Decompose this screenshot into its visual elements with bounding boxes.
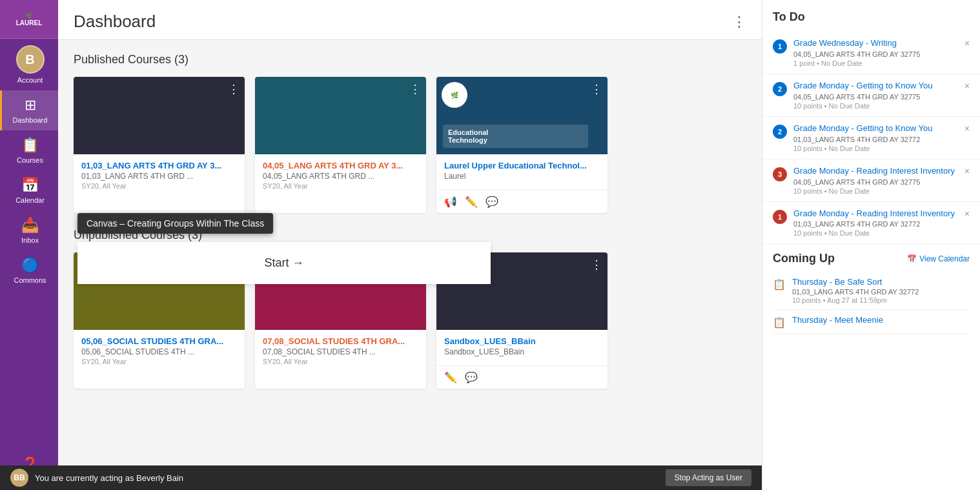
calendar-mini-icon: 📅	[907, 254, 917, 263]
todo-item-5: 1 Grade Monday - Reading Interest Invent…	[762, 202, 980, 245]
sidebar-item-dashboard[interactable]: ⊞ Dashboard	[0, 90, 58, 130]
todo-item-title-1[interactable]: Grade Wednesday - Writing	[793, 38, 970, 49]
todo-close-5[interactable]: ×	[965, 209, 970, 219]
unpub-card-body-2: 07,08_SOCIAL STUDIES 4TH GRA... 07,08_SO…	[255, 330, 426, 373]
sidebar-item-calendar[interactable]: 📅 Calendar	[0, 170, 58, 210]
todo-item-course-3: 01,03_LANG ARTS 4TH GRD AY 32772	[793, 136, 970, 143]
bottom-bar: BB You are currently acting as Beverly B…	[0, 465, 762, 490]
todo-item-course-1: 04,05_LANG ARTS 4TH GRD AY 32775	[793, 50, 970, 58]
todo-close-1[interactable]: ×	[965, 38, 970, 48]
todo-number-5: 1	[773, 210, 787, 224]
todo-item-title-4[interactable]: Grade Monday - Reading Interest Inventor…	[793, 166, 970, 177]
coming-item-content-1: Thursday - Be Safe Sort 01,03_LANG ARTS …	[792, 277, 970, 304]
todo-number-3: 2	[773, 125, 787, 139]
todo-content-1: Grade Wednesday - Writing 04,05_LANG ART…	[793, 38, 970, 67]
todo-item-title-3[interactable]: Grade Monday - Getting to Know You	[793, 123, 970, 134]
sidebar-label-calendar: Calendar	[15, 196, 45, 204]
grade-icon[interactable]: ✏️	[465, 196, 478, 208]
tooltip: Canvas – Creating Groups Within The Clas…	[77, 213, 273, 234]
inbox-icon: 📥	[21, 217, 39, 234]
view-calendar-link[interactable]: 📅 View Calendar	[907, 254, 970, 263]
unpub-card-subtitle-3: Sandbox_LUES_BBain	[444, 347, 600, 356]
sidebar-item-account[interactable]: B Account	[0, 39, 58, 90]
coming-item-content-2: Thursday - Meet Meenie	[792, 315, 970, 326]
course-card-title-2[interactable]: 04,05_LANG ARTS 4TH GRD AY 3...	[263, 161, 418, 170]
todo-item-1: 1 Grade Wednesday - Writing 04,05_LANG A…	[762, 32, 980, 74]
todo-item-4: 3 Grade Monday - Reading Interest Invent…	[762, 159, 980, 202]
coming-item-course-1: 01,03_LANG ARTS 4TH GRD AY 32772	[792, 288, 970, 296]
todo-content-3: Grade Monday - Getting to Know You 01,03…	[793, 123, 970, 152]
todo-close-2[interactable]: ×	[965, 81, 970, 91]
todo-number-4: 3	[773, 167, 787, 181]
course-card-title-3[interactable]: Laurel Upper Educational Technol...	[444, 161, 600, 170]
unpub-card-meta-2: SY20, All Year	[263, 358, 418, 365]
unpub-card-menu-3[interactable]: ⋮	[591, 258, 602, 272]
coming-item-icon-2: 📋	[773, 316, 786, 329]
calendar-icon: 📅	[21, 177, 39, 194]
course-card-meta-1: SY20, All Year	[81, 182, 237, 190]
published-courses-grid: ⋮ 01,03_LANG ARTS 4TH GRD AY 3... 01,03_…	[74, 77, 746, 213]
right-panel: To Do 1 Grade Wednesday - Writing 04,05_…	[762, 0, 980, 490]
avatar: B	[16, 45, 45, 74]
todo-item-3: 2 Grade Monday - Getting to Know You 01,…	[762, 117, 980, 159]
todo-item-2: 2 Grade Monday - Getting to Know You 04,…	[762, 74, 980, 117]
todo-item-course-2: 04,05_LANG ARTS 4TH GRD AY 32775	[793, 93, 970, 101]
courses-icon: 📋	[21, 137, 39, 154]
sidebar-label-courses: Courses	[17, 156, 43, 164]
coming-item-title-2[interactable]: Thursday - Meet Meenie	[792, 315, 970, 325]
chat-icon-2[interactable]: 💬	[465, 371, 478, 383]
unpub-card-title-3[interactable]: Sandbox_LUES_BBain	[444, 336, 600, 346]
card-menu-icon-3[interactable]: ⋮	[591, 82, 602, 96]
course-card-title-1[interactable]: 01,03_LANG ARTS 4TH GRD AY 3...	[81, 161, 237, 170]
unpub-card-body-3: Sandbox_LUES_BBain Sandbox_LUES_BBain	[436, 330, 607, 365]
unpub-card-meta-1: SY20, All Year	[81, 358, 237, 365]
grade-icon-2[interactable]: ✏️	[444, 371, 457, 383]
sidebar-label-dashboard: Dashboard	[13, 116, 48, 124]
unpub-card-body-1: 05,06_SOCIAL STUDIES 4TH GRA... 05,06_SO…	[74, 330, 245, 373]
todo-number-2: 2	[773, 82, 787, 96]
bottom-avatar: BB	[10, 469, 28, 487]
course-card-body-3: Laurel Upper Educational Technol... Laur…	[436, 154, 607, 190]
unpub-card-icons-3: ✏️ 💬	[436, 365, 607, 389]
todo-item-title-5[interactable]: Grade Monday - Reading Interest Inventor…	[793, 209, 970, 219]
coming-item-title-1[interactable]: Thursday - Be Safe Sort	[792, 277, 970, 287]
megaphone-icon[interactable]: 📢	[444, 196, 457, 208]
course-card-body-2: 04,05_LANG ARTS 4TH GRD AY 3... 04,05_LA…	[255, 154, 426, 198]
bottom-bar-left: BB You are currently acting as Beverly B…	[10, 469, 183, 487]
sidebar-item-commons[interactable]: 🔵 Commons	[0, 250, 58, 291]
todo-item-meta-1: 1 point • No Due Date	[793, 59, 970, 67]
sidebar: 🌿 LAUREL B Account ⊞ Dashboard 📋 Courses…	[0, 0, 58, 490]
unpub-card-subtitle-2: 07,08_SOCIAL STUDIES 4TH ...	[263, 347, 418, 356]
todo-close-3[interactable]: ×	[965, 123, 970, 134]
published-course-card-2[interactable]: ⋮ 04,05_LANG ARTS 4TH GRD AY 3... 04,05_…	[255, 77, 426, 213]
chat-icon[interactable]: 💬	[485, 196, 498, 208]
unpub-card-title-2[interactable]: 07,08_SOCIAL STUDIES 4TH GRA...	[263, 336, 418, 346]
course-card-icons-3: 📢 ✏️ 💬	[436, 190, 607, 213]
main-header: Dashboard ⋮	[58, 0, 762, 40]
todo-title: To Do	[762, 10, 980, 32]
unpub-card-subtitle-1: 05,06_SOCIAL STUDIES 4TH ...	[81, 347, 237, 356]
course-card-image-1: ⋮	[74, 77, 245, 154]
acting-as-text: You are currently acting as Beverly Bain	[35, 473, 183, 483]
todo-item-course-5: 01,03_LANG ARTS 4TH GRD AY 32772	[793, 220, 970, 228]
published-course-card-1[interactable]: ⋮ 01,03_LANG ARTS 4TH GRD AY 3... 01,03_…	[74, 77, 245, 213]
sidebar-item-courses[interactable]: 📋 Courses	[0, 130, 58, 170]
todo-content-4: Grade Monday - Reading Interest Inventor…	[793, 166, 970, 195]
start-button[interactable]: Start →	[89, 254, 479, 272]
stop-acting-button[interactable]: Stop Acting as User	[666, 469, 751, 486]
unpub-card-title-1[interactable]: 05,06_SOCIAL STUDIES 4TH GRA...	[81, 336, 237, 346]
todo-item-meta-3: 10 points • No Due Date	[793, 145, 970, 152]
todo-item-title-2[interactable]: Grade Monday - Getting to Know You	[793, 81, 970, 92]
dashboard-icon: ⊞	[25, 97, 36, 114]
tooltip-text: Canvas – Creating Groups Within The Clas…	[87, 218, 264, 229]
page-title: Dashboard	[74, 12, 156, 32]
todo-close-4[interactable]: ×	[965, 166, 970, 176]
header-menu-icon[interactable]: ⋮	[732, 14, 746, 30]
card-menu-icon-2[interactable]: ⋮	[409, 82, 421, 96]
published-course-card-3[interactable]: ⋮ 🌿 Educational Technology Laurel Upper …	[436, 77, 607, 213]
todo-content-2: Grade Monday - Getting to Know You 04,05…	[793, 81, 970, 110]
course-card-subtitle-3: Laurel	[444, 172, 600, 181]
sidebar-item-inbox[interactable]: 📥 Inbox	[0, 210, 58, 250]
todo-item-course-4: 04,05_LANG ARTS 4TH GRD AY 32775	[793, 178, 970, 186]
card-menu-icon-1[interactable]: ⋮	[228, 82, 240, 96]
